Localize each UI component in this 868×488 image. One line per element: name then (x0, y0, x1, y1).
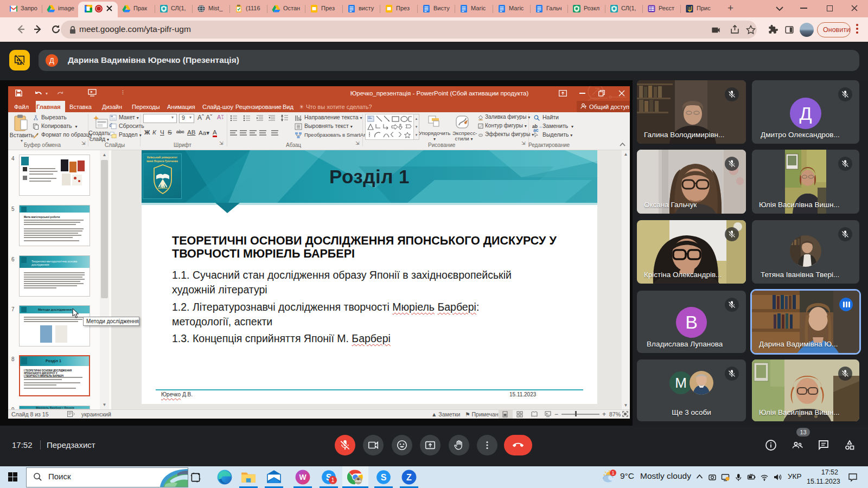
svg-text:1: 1 (331, 477, 335, 483)
svg-text:W: W (299, 473, 307, 481)
svg-text:Z: Z (406, 472, 412, 482)
svg-text:S: S (381, 472, 387, 482)
svg-text:1: 1 (611, 470, 614, 476)
